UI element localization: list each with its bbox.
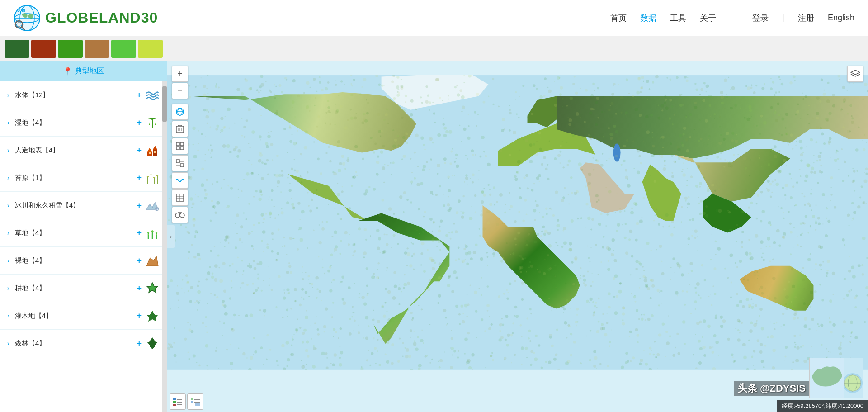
- layer-item-artificial[interactable]: › 人造地表【4】 +: [0, 137, 167, 164]
- chevron-icon-bare: ›: [7, 257, 9, 264]
- zoom-in-button[interactable]: +: [172, 66, 188, 82]
- zoom-extent-button[interactable]: [172, 155, 188, 171]
- chevron-icon-farmland: ›: [7, 284, 9, 292]
- bottom-legend-toolbar: [170, 393, 203, 410]
- layer-item-grassland[interactable]: › 草地【4】 +: [0, 219, 167, 247]
- svg-text:30m: 30m: [17, 8, 25, 13]
- mini-globe: [809, 358, 863, 398]
- layer-label-bare: 裸地【4】: [15, 256, 132, 265]
- layer-icon-forest: [145, 336, 160, 350]
- layer-label-farmland: 耕地【4】: [15, 284, 132, 293]
- svg-rect-62: [173, 404, 176, 406]
- binoculars-button[interactable]: [172, 207, 188, 223]
- chevron-icon-artificial: ›: [7, 147, 9, 154]
- globe-view-button[interactable]: [172, 104, 188, 120]
- nav-divider: |: [782, 13, 784, 23]
- map-canvas: [167, 61, 868, 412]
- nav-data[interactable]: 数据: [640, 13, 656, 24]
- grid-button[interactable]: [172, 138, 188, 154]
- color-swatch-4[interactable]: [85, 40, 109, 58]
- svg-rect-67: [191, 401, 193, 403]
- add-icon-tundra[interactable]: +: [137, 173, 142, 183]
- map-area[interactable]: + −: [167, 61, 868, 412]
- color-swatch-1[interactable]: [5, 40, 29, 58]
- layer-label-glacier: 冰川和永久积雪【4】: [15, 201, 132, 210]
- layer-label-grassland: 草地【4】: [15, 229, 132, 237]
- add-icon-wetland[interactable]: +: [137, 118, 142, 128]
- layer-icon-farmland: [145, 281, 160, 295]
- table-button[interactable]: [172, 189, 188, 206]
- nav-about[interactable]: 关于: [700, 13, 716, 24]
- color-swatch-5[interactable]: [111, 40, 136, 58]
- layer-item-tundra[interactable]: › 苔原【1】 +: [0, 164, 167, 192]
- typical-region-bar[interactable]: 📍 典型地区: [0, 61, 167, 81]
- legend-layer-button[interactable]: [187, 393, 203, 410]
- color-swatch-6[interactable]: [138, 40, 163, 58]
- color-bar: [0, 36, 868, 61]
- nav-home[interactable]: 首页: [610, 13, 627, 24]
- legend-list-button[interactable]: [170, 393, 186, 410]
- zoom-out-button[interactable]: −: [172, 83, 188, 99]
- add-icon-bare[interactable]: +: [137, 256, 142, 265]
- layer-icon-artificial: [145, 143, 160, 157]
- layer-icon-grassland: [145, 226, 160, 240]
- sidebar-collapse-button[interactable]: ‹: [167, 225, 175, 248]
- svg-rect-14: [154, 151, 156, 153]
- map-toolbar: + −: [172, 66, 188, 223]
- layer-label-tundra: 苔原【1】: [15, 174, 132, 182]
- layer-icon-water: [145, 88, 160, 102]
- svg-marker-59: [851, 70, 860, 75]
- layer-item-bare[interactable]: › 裸地【4】 +: [0, 247, 167, 275]
- svg-point-56: [180, 213, 184, 218]
- color-swatch-2[interactable]: [31, 40, 56, 58]
- add-icon-artificial[interactable]: +: [137, 146, 142, 155]
- svg-rect-13: [149, 152, 151, 154]
- layer-item-wetland[interactable]: › 湿地【4】 +: [0, 109, 167, 137]
- svg-point-6: [17, 22, 21, 27]
- login-link[interactable]: 登录: [752, 13, 769, 24]
- layer-item-glacier[interactable]: › 冰川和永久积雪【4】 +: [0, 192, 167, 219]
- sidebar-scrollbar[interactable]: [162, 81, 167, 412]
- nav-tools[interactable]: 工具: [670, 13, 686, 24]
- layer-item-shrub[interactable]: › 灌木地【4】 +: [0, 302, 167, 330]
- layers-toggle-button[interactable]: [847, 66, 863, 82]
- add-icon-glacier[interactable]: +: [137, 201, 142, 210]
- add-icon-shrub[interactable]: +: [137, 311, 142, 321]
- layer-icon-glacier: [145, 198, 160, 213]
- chevron-icon-grassland: ›: [7, 229, 9, 237]
- watermark: 头条 @ZDYSIS: [734, 381, 809, 396]
- layer-item-forest[interactable]: › 森林【4】 +: [0, 330, 167, 357]
- register-link[interactable]: 注册: [798, 13, 814, 24]
- chevron-icon-glacier: ›: [7, 202, 9, 209]
- layer-label-artificial: 人造地表【4】: [15, 146, 132, 155]
- svg-marker-32: [147, 337, 158, 349]
- nav-right: 首页 数据 工具 关于 登录 | 注册 English: [610, 13, 854, 24]
- layer-item-water[interactable]: › 水体【12】 +: [0, 81, 167, 109]
- scrollbar-thumb: [162, 86, 167, 122]
- chevron-icon-wetland: ›: [7, 119, 9, 126]
- layer-icon-wetland: [145, 115, 160, 130]
- wave-button[interactable]: [172, 172, 188, 189]
- delete-button[interactable]: [172, 121, 188, 137]
- typical-region-label: 典型地区: [75, 66, 104, 76]
- layer-item-farmland[interactable]: › 耕地【4】 +: [0, 275, 167, 302]
- coords-text: 经度:-59.28570°,纬度:41.20000: [782, 403, 863, 409]
- svg-point-55: [175, 213, 180, 218]
- layer-label-water: 水体【12】: [15, 91, 132, 99]
- logo-area: 30m GLOBELAND30: [14, 5, 158, 32]
- pin-icon: 📍: [63, 67, 72, 76]
- add-icon-grassland[interactable]: +: [137, 228, 142, 238]
- header: 30m GLOBELAND30 首页 数据 工具 关于 登录 | 注册 Engl…: [0, 0, 868, 36]
- logo-globe-icon: 30m: [14, 5, 41, 32]
- layer-list: › 水体【12】 + › 湿地【4】 +: [0, 81, 167, 412]
- sidebar: 📍 典型地区 › 水体【12】 + › 湿地【4】 +: [0, 61, 167, 412]
- svg-rect-60: [173, 398, 176, 400]
- add-icon-farmland[interactable]: +: [137, 284, 142, 293]
- add-icon-water[interactable]: +: [137, 90, 142, 100]
- lang-switch[interactable]: English: [828, 13, 854, 23]
- svg-rect-46: [180, 147, 184, 150]
- color-swatch-3[interactable]: [58, 40, 83, 58]
- layer-icon-bare: [145, 253, 160, 268]
- add-icon-forest[interactable]: +: [137, 339, 142, 348]
- chevron-icon-forest: ›: [7, 340, 9, 347]
